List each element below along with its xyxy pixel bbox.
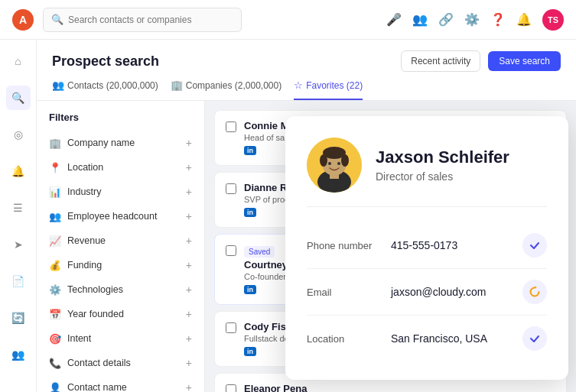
linkedin-badge-1[interactable]: in	[244, 146, 256, 155]
location-check-button[interactable]	[522, 326, 547, 351]
recent-activity-button[interactable]: Recent activity	[401, 50, 480, 72]
tab-contacts[interactable]: 👥 Contacts (20,000,000)	[52, 79, 158, 100]
sidebar-item-send[interactable]: ➤	[6, 232, 31, 257]
filter-item-funding[interactable]: 💰 Funding +	[37, 253, 204, 277]
email-label: Email	[307, 287, 391, 298]
header-tabs: 👥 Contacts (20,000,000) 🏢 Companies (2,0…	[52, 79, 561, 100]
connect-icon[interactable]: 🔗	[438, 12, 454, 27]
global-search-bar[interactable]: 🔍	[43, 8, 242, 32]
company-name-icon: 🏢	[49, 138, 61, 149]
top-nav: A 🔍 🎤 👥 🔗 ⚙️ ❓ 🔔 TS	[0, 0, 576, 40]
page-title-row: Prospect search Recent activity Save sea…	[52, 50, 561, 72]
result-name-5: Eleanor Pena	[244, 383, 555, 392]
location-value: San Francisco, USA	[391, 332, 522, 345]
contact-avatar	[307, 138, 362, 193]
filter-item-contact-details[interactable]: 📞 Contact details +	[37, 351, 204, 375]
filter-add-icon[interactable]: +	[186, 332, 192, 345]
industry-icon: 📊	[49, 186, 61, 198]
user-avatar[interactable]: TS	[542, 9, 564, 31]
linkedin-badge-2[interactable]: in	[244, 208, 256, 217]
filter-add-icon[interactable]: +	[186, 235, 192, 247]
favorites-tab-icon: ☆	[294, 79, 303, 91]
filter-add-icon[interactable]: +	[186, 283, 192, 296]
content-area: Prospect search Recent activity Save sea…	[37, 40, 576, 392]
filter-item-contact-name[interactable]: 👤 Contact name +	[37, 375, 204, 392]
sidebar-item-group[interactable]: 👥	[6, 342, 31, 367]
contact-name-icon: 👤	[49, 382, 61, 393]
contact-card-overlay: Jaxson Schleifer Director of sales Phone…	[285, 116, 568, 380]
email-value: jaxson@cloudy.com	[391, 286, 522, 298]
filter-add-icon[interactable]: +	[186, 161, 192, 173]
filter-item-location[interactable]: 📍 Location +	[37, 155, 204, 180]
intent-icon: 🎯	[49, 333, 61, 345]
tech-icon: ⚙️	[49, 284, 61, 296]
contact-details: Phone number 415-555-0173 Email jaxson@c…	[307, 222, 547, 361]
filters-title: Filters	[37, 112, 204, 131]
sidebar-item-file[interactable]: 📄	[6, 269, 31, 293]
filters-panel: Filters 🏢 Company name + 📍 Location +	[37, 101, 205, 392]
email-refresh-button[interactable]	[522, 280, 547, 304]
logo[interactable]: A	[12, 9, 34, 31]
phone-label: Phone number	[307, 240, 391, 251]
contact-name: Jaxson Schleifer	[376, 147, 509, 167]
svg-point-7	[328, 162, 331, 165]
result-checkbox-3[interactable]	[226, 245, 236, 256]
global-search-input[interactable]	[68, 15, 233, 25]
svg-point-8	[337, 162, 340, 165]
sidebar-item-target[interactable]: ◎	[6, 122, 31, 147]
result-checkbox-4[interactable]	[226, 322, 236, 333]
filter-add-icon[interactable]: +	[186, 381, 192, 392]
sidebar-item-bell[interactable]: 🔔	[6, 159, 31, 183]
filter-add-icon[interactable]: +	[186, 210, 192, 222]
contact-details-icon: 📞	[49, 358, 61, 369]
location-icon: 📍	[49, 162, 61, 173]
sidebar-item-menu[interactable]: ☰	[6, 196, 31, 220]
filter-add-icon[interactable]: +	[186, 308, 192, 320]
help-icon[interactable]: ❓	[490, 12, 506, 27]
phone-check-button[interactable]	[522, 233, 547, 258]
result-checkbox-2[interactable]	[226, 183, 236, 194]
result-checkbox-1[interactable]	[226, 121, 236, 132]
phone-value: 415-555-0173	[391, 239, 522, 251]
contact-card-header: Jaxson Schleifer Director of sales	[307, 138, 547, 207]
tab-favorites[interactable]: ☆ Favorites (22)	[294, 79, 363, 100]
filter-item-year-founded[interactable]: 📅 Year founded +	[37, 302, 204, 326]
sidebar-item-home[interactable]: ⌂	[6, 49, 31, 73]
funding-icon: 💰	[49, 260, 61, 271]
filter-item-technologies[interactable]: ⚙️ Technologies +	[37, 277, 204, 302]
svg-point-5	[320, 154, 327, 167]
result-checkbox-5[interactable]	[226, 384, 236, 392]
people-icon[interactable]: 👥	[412, 12, 428, 27]
mic-icon[interactable]: 🎤	[386, 12, 402, 27]
nav-icons: 🎤 👥 🔗 ⚙️ ❓ 🔔 TS	[386, 9, 564, 31]
tab-companies[interactable]: 🏢 Companies (2,000,000)	[171, 79, 281, 100]
filter-item-employee-headcount[interactable]: 👥 Employee headcount +	[37, 204, 204, 228]
filter-item-company-name[interactable]: 🏢 Company name +	[37, 131, 204, 155]
linkedin-badge-4[interactable]: in	[244, 347, 256, 356]
contact-title: Director of sales	[376, 170, 509, 183]
filter-add-icon[interactable]: +	[186, 259, 192, 271]
page-header: Prospect search Recent activity Save sea…	[37, 40, 576, 101]
header-actions: Recent activity Save search	[401, 50, 561, 72]
filter-add-icon[interactable]: +	[186, 186, 192, 198]
sidebar-item-search[interactable]: 🔍	[6, 86, 31, 110]
filter-add-icon[interactable]: +	[186, 357, 192, 369]
search-icon: 🔍	[51, 14, 63, 25]
svg-point-6	[341, 154, 349, 167]
sidebar-item-refresh[interactable]: 🔄	[6, 306, 31, 330]
saved-badge-3: Saved	[244, 246, 275, 258]
bell-icon[interactable]: 🔔	[516, 12, 532, 27]
filter-item-industry[interactable]: 📊 Industry +	[37, 180, 204, 204]
filter-add-icon[interactable]: +	[186, 137, 192, 149]
save-search-button[interactable]: Save search	[488, 51, 561, 71]
settings-icon[interactable]: ⚙️	[464, 12, 480, 27]
headcount-icon: 👥	[49, 211, 61, 222]
linkedin-badge-3[interactable]: in	[244, 285, 256, 294]
year-icon: 📅	[49, 309, 61, 320]
revenue-icon: 📈	[49, 235, 61, 247]
filter-item-revenue[interactable]: 📈 Revenue +	[37, 228, 204, 253]
filter-item-intent[interactable]: 🎯 Intent +	[37, 326, 204, 351]
detail-row-location: Location San Francisco, USA	[307, 316, 547, 361]
body-content: Filters 🏢 Company name + 📍 Location +	[37, 101, 576, 392]
left-sidebar: ⌂ 🔍 ◎ 🔔 ☰ ➤ 📄 🔄 👥	[0, 40, 37, 392]
